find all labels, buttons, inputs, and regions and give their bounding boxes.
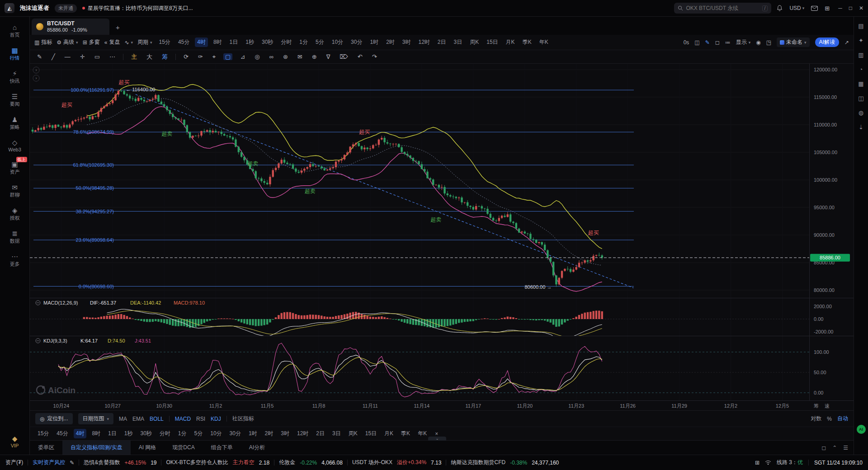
minimize-button[interactable]: ─ [838,5,842,11]
select-tool[interactable]: ▢ [223,53,232,60]
close-button[interactable]: ✕ [859,5,863,11]
brush-tool[interactable]: ✑ [196,53,205,60]
macd-toggle[interactable]: MACD [175,416,191,422]
sidebar-item-more[interactable]: ⋯更多 [1,251,28,269]
add-tab-button[interactable]: + [116,24,120,31]
timeframe-1秒[interactable]: 1秒 [243,38,256,47]
timeframe-1秒[interactable]: 1秒 [122,429,135,438]
assets-label[interactable]: 资产(₮) [5,459,23,466]
date-range-button[interactable]: 日期范围▾ [78,413,114,424]
timeframe-15日[interactable]: 15日 [363,429,379,438]
timeframe-4时[interactable]: 4时 [195,38,208,47]
fear-greed-label[interactable]: 恐惧&贪婪指数 [84,459,120,466]
timeframe-3日[interactable]: 3日 [330,429,343,438]
timeframe-1分[interactable]: 1分 [176,429,189,438]
advanced-button[interactable]: ⚙高级▾ [57,38,78,46]
period-button[interactable]: 周期▾ [137,38,152,46]
timeframe-2时[interactable]: 2时 [384,38,397,47]
timeframe-30秒[interactable]: 30秒 [138,429,154,438]
sidebar-item-headlines[interactable]: ☰要闻 [1,91,28,109]
timeframe-15分[interactable]: 15分 [35,429,51,438]
rsi-toggle[interactable]: RSI [196,416,205,422]
timeframe-45分[interactable]: 45分 [54,429,70,438]
sidebar-item-group-chat[interactable]: ✉群聊 [1,182,28,200]
timeframe-1日[interactable]: 1日 [106,429,119,438]
timeframe-季K[interactable]: 季K [520,38,534,47]
panel-tab-委单区[interactable]: 委单区 [30,441,62,455]
indicator-list-icon[interactable]: ✦ [859,38,863,43]
ema-toggle[interactable]: EMA [132,416,144,422]
link-tool[interactable]: ∞ [268,53,275,60]
redo-button[interactable]: ↷ [370,53,379,60]
sidebar-item-home[interactable]: ⌂首页 [1,22,28,40]
timeframe-3日[interactable]: 3日 [452,38,465,47]
panel-tab-组合下单[interactable]: 组合下单 [203,441,241,455]
auto-scale-toggle[interactable]: 自动 [837,415,848,423]
timeframe-30秒[interactable]: 30秒 [259,38,275,47]
timeframe-5分[interactable]: 5分 [192,429,205,438]
sidebar-item-market[interactable]: ▦行情 [1,45,28,63]
panel-tab-现货DCA[interactable]: 现货DCA [164,441,203,455]
app-logo-icon[interactable]: ◭ [5,3,14,13]
multi-window-button[interactable]: ⊞多窗 [83,38,100,46]
risk-control-link[interactable]: 实时资产风控 [33,459,65,466]
trendline-tool[interactable]: ╱ [50,53,57,60]
timeframe-1时[interactable]: 1时 [368,38,381,47]
screenshot-icon[interactable]: ◫ [694,40,699,45]
alerts-icon[interactable]: ◔ [859,66,863,72]
percent-scale-toggle[interactable]: % [827,416,832,422]
ai-explain-button[interactable]: AI解读 [815,38,839,47]
timeframe-30分[interactable]: 30分 [227,429,243,438]
bell-icon[interactable] [777,5,783,11]
ai-assistant-icon[interactable]: AI [857,425,866,434]
globe-icon[interactable]: ◍ [859,110,863,116]
timeframe-4时[interactable]: 4时 [74,429,87,438]
panel-chat-icon[interactable]: ◻ [821,445,826,451]
draw-mode-icon[interactable]: ✎ [705,40,710,45]
line-style-button[interactable]: ∿▾ [124,40,133,45]
timeframe-3时[interactable]: 3时 [278,429,292,438]
timeframe-分时[interactable]: 分时 [157,429,173,438]
mail-icon[interactable] [811,6,818,11]
screenshot-icon[interactable]: ◫ [858,95,863,101]
kline-settings-icon[interactable]: ▥ [858,52,863,58]
sidebar-item-vip[interactable]: ◆VIP [1,433,28,450]
long-short-label[interactable]: OKX-BTC多空持仓人数比 [166,459,228,466]
timeframe-5分[interactable]: 5分 [313,38,326,47]
rectangle-tool[interactable]: ▭ [93,53,102,60]
boll-toggle[interactable]: BOLL [150,416,164,422]
timeframe-年K[interactable]: 年K [415,429,429,438]
more-tools[interactable]: ⋯ [108,53,117,60]
nasdaq-label[interactable]: 纳斯达克指数期货CFD [451,459,505,466]
timeframe-季K[interactable]: 季K [399,429,412,438]
panel-tab-自定义指标/回测/实盘[interactable]: 自定义指标/回测/实盘 [62,441,131,455]
indicator-button[interactable]: ▥指标 [34,38,52,46]
locate-button[interactable]: ◎定位到... [35,413,73,424]
timeframe-45分[interactable]: 45分 [176,38,192,47]
currency-select[interactable]: USD▾ [789,5,804,11]
display-button[interactable]: 显示▾ [736,38,751,46]
community-indicators-button[interactable]: 社区指标 [232,415,254,423]
plan-badge[interactable]: 未开通 [55,4,77,13]
magnet-tool[interactable]: ⌖ [211,53,217,60]
timeframe-年K[interactable]: 年K [537,38,551,47]
timeframe-2时[interactable]: 2时 [263,429,276,438]
cross-line-tool[interactable]: ✛ [78,53,87,60]
anchor-tool[interactable]: ⊕ [310,53,319,60]
lock-tool[interactable]: ⊛ [281,53,290,60]
collapse-handle[interactable]: ⌄ [428,437,446,441]
layout-name-button[interactable]: 未命名▾ [777,38,810,47]
panel-collapse-icon[interactable]: ⌃ [832,445,837,451]
timeframe-2日[interactable]: 2日 [314,429,327,438]
horizontal-line-tool[interactable]: ― [63,53,72,60]
kdj-toggle[interactable]: KDJ [211,416,221,422]
panel-tab-AI分析[interactable]: AI分析 [241,441,273,455]
timeframe-周K[interactable]: 周K [467,38,481,47]
gold-label[interactable]: 伦敦金 [279,459,295,466]
timeframe-月K[interactable]: 月K [504,38,517,47]
orders-icon[interactable]: ▦ [858,81,863,87]
timeframe-10分[interactable]: 10分 [330,38,345,47]
refresh-tool[interactable]: ⟳ [182,53,190,60]
layout-toggle-icon[interactable]: ⊞ [825,5,830,11]
close-timeframe-bar[interactable]: × [435,431,438,437]
